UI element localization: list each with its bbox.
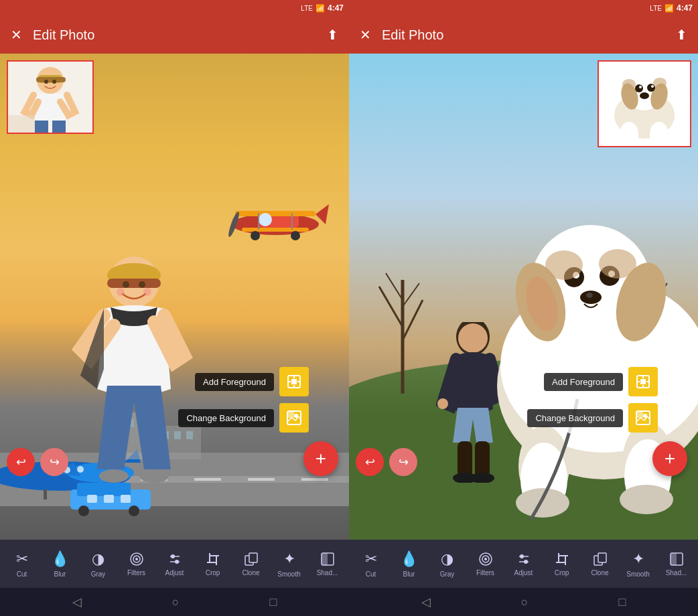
photo-area-left[interactable]: Add Foreground Change Background ↩ ↪ + (0, 54, 349, 540)
tool-filters-left[interactable]: Filters (122, 552, 151, 576)
svg-point-137 (651, 85, 654, 88)
svg-rect-63 (293, 375, 295, 378)
tool-smooth-right[interactable]: ✦ Smooth (624, 550, 653, 578)
svg-rect-147 (636, 381, 640, 382)
shade-icon-left (320, 552, 335, 566)
fab-button-left[interactable]: + (303, 441, 338, 476)
clone-label-right: Clone (591, 569, 608, 576)
gray-label-left: Gray (91, 570, 106, 578)
status-bar-right: LTE 📶 4:47 (349, 0, 698, 16)
wifi-icon-right: 📶 (665, 4, 674, 13)
change-background-icon-left[interactable] (279, 403, 309, 433)
bottom-toolbar-right: ✂ Cut 💧 Blur ◑ Gray Filters Adjust Crop … (349, 540, 698, 588)
cut-label-left: Cut (17, 570, 27, 578)
crop-icon-right (555, 552, 569, 566)
undo-button-left[interactable]: ↩ (7, 448, 35, 476)
svg-point-113 (545, 250, 583, 280)
redo-button-right[interactable]: ↪ (389, 448, 417, 476)
svg-rect-28 (242, 228, 309, 232)
svg-rect-18 (107, 279, 161, 288)
tool-blur-left[interactable]: 💧 Blur (46, 550, 75, 578)
svg-point-138 (640, 92, 649, 99)
tool-shade-right[interactable]: Shad... (662, 552, 691, 576)
svg-point-142 (650, 122, 669, 146)
tool-cut-left[interactable]: ✂ Cut (7, 550, 37, 578)
tool-filters-right[interactable]: Filters (471, 552, 500, 576)
tool-clone-left[interactable]: Clone (236, 552, 266, 576)
svg-point-134 (635, 84, 643, 92)
tool-blur-right[interactable]: 💧 Blur (395, 550, 424, 578)
add-foreground-icon-left[interactable] (279, 367, 309, 396)
left-phone-panel: LTE 📶 4:47 ✕ Edit Photo ⬆ (0, 0, 349, 616)
change-background-icon-right[interactable] (628, 403, 658, 433)
thumbnail-preview-right[interactable] (598, 60, 691, 147)
svg-point-74 (171, 554, 175, 558)
back-nav-left[interactable]: ◁ (72, 595, 82, 609)
svg-rect-39 (36, 77, 66, 82)
cut-icon-right: ✂ (365, 550, 377, 568)
svg-point-34 (251, 231, 260, 240)
app-bar-right-section: ✕ Edit Photo (360, 27, 443, 43)
svg-point-112 (586, 293, 593, 298)
smooth-label-right: Smooth (626, 570, 649, 578)
close-button-right[interactable]: ✕ (360, 27, 371, 43)
home-nav-left[interactable]: ○ (172, 595, 180, 609)
undo-button-right[interactable]: ↩ (356, 448, 384, 476)
recent-nav-right[interactable]: □ (619, 595, 626, 609)
change-background-btn-left[interactable]: Change Background (178, 403, 309, 433)
tool-clone-right[interactable]: Clone (585, 552, 615, 576)
filters-icon-left (129, 552, 144, 566)
svg-rect-150 (636, 411, 643, 418)
recent-nav-left[interactable]: □ (270, 595, 277, 609)
svg-point-158 (524, 560, 528, 564)
add-foreground-btn-right[interactable]: Add Foreground (527, 367, 658, 396)
tool-gray-right[interactable]: ◑ Gray (433, 550, 462, 578)
time-left: 4:47 (328, 3, 344, 13)
share-button-left[interactable]: ⬆ (327, 27, 338, 43)
change-background-label-right: Change Background (527, 409, 623, 427)
action-buttons-right: Add Foreground Change Background (527, 367, 658, 433)
gray-icon-right: ◑ (441, 550, 453, 568)
tool-shade-left[interactable]: Shad... (313, 552, 342, 576)
add-foreground-icon-right[interactable] (628, 367, 658, 396)
svg-rect-52 (248, 478, 275, 481)
tool-gray-left[interactable]: ◑ Gray (84, 550, 113, 578)
svg-point-21 (123, 281, 129, 288)
app-title-left: Edit Photo (33, 27, 94, 43)
cut-label-right: Cut (366, 570, 376, 578)
back-nav-right[interactable]: ◁ (421, 595, 431, 609)
blur-label-right: Blur (403, 570, 415, 578)
svg-point-22 (139, 281, 145, 288)
svg-rect-144 (640, 379, 646, 384)
change-background-label-left: Change Background (178, 409, 274, 427)
tool-adjust-left[interactable]: Adjust (160, 552, 190, 576)
smooth-label-left: Smooth (277, 570, 300, 578)
svg-rect-7 (44, 489, 47, 499)
svg-point-23 (117, 288, 125, 296)
close-button-left[interactable]: ✕ (11, 27, 22, 43)
thumbnail-preview-left[interactable] (7, 60, 94, 134)
svg-marker-29 (316, 204, 329, 224)
change-background-btn-right[interactable]: Change Background (527, 403, 658, 433)
filters-label-right: Filters (476, 569, 494, 576)
add-foreground-label-right: Add Foreground (544, 373, 623, 391)
svg-point-136 (639, 86, 642, 88)
add-foreground-btn-left[interactable]: Add Foreground (178, 367, 309, 396)
tool-crop-left[interactable]: Crop (198, 552, 228, 576)
redo-button-left[interactable]: ↪ (40, 448, 68, 476)
share-button-right[interactable]: ⬆ (676, 27, 687, 43)
home-nav-right[interactable]: ○ (521, 595, 529, 609)
tool-cut-right[interactable]: ✂ Cut (356, 550, 386, 578)
svg-point-139 (622, 79, 636, 90)
svg-rect-84 (322, 553, 328, 565)
tool-crop-right[interactable]: Crop (547, 552, 577, 576)
tool-smooth-left[interactable]: ✦ Smooth (275, 550, 304, 578)
add-foreground-label-left: Add Foreground (195, 373, 274, 391)
fab-button-right[interactable]: + (652, 441, 687, 476)
adjust-icon-left (167, 552, 182, 566)
nav-bar-right: ◁ ○ □ (349, 588, 698, 616)
gray-label-right: Gray (440, 570, 455, 578)
photo-area-right[interactable]: Add Foreground Change Background ↩ ↪ + (349, 54, 698, 540)
tool-adjust-right[interactable]: Adjust (509, 552, 539, 576)
shade-icon-right (669, 552, 684, 566)
